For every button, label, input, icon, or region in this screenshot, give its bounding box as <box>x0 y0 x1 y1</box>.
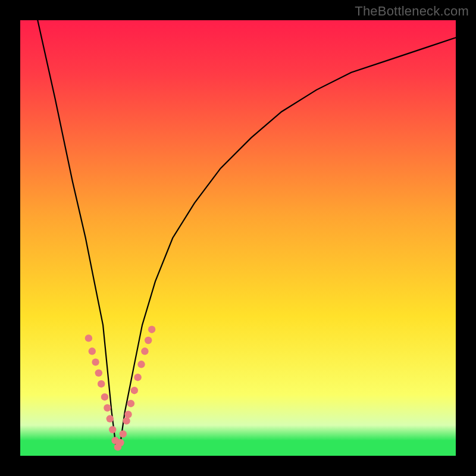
marker-dot <box>134 374 141 381</box>
marker-dot <box>137 361 145 368</box>
marker-dot <box>98 380 105 387</box>
marker-dot <box>101 393 108 400</box>
marker-dot <box>127 400 134 407</box>
marker-dot <box>124 411 131 418</box>
marker-dot <box>85 334 92 342</box>
marker-dot <box>89 347 96 355</box>
marker-dot <box>117 439 124 446</box>
marker-dot <box>141 347 148 355</box>
marker-dot <box>120 430 127 437</box>
curve-svg <box>20 20 456 456</box>
marker-dot <box>92 358 99 365</box>
marker-group <box>85 326 156 451</box>
plot-area <box>20 20 456 456</box>
marker-dot <box>148 326 155 333</box>
watermark-text: TheBottleneck.com <box>355 4 469 19</box>
marker-dot <box>109 426 116 433</box>
marker-dot <box>104 404 111 411</box>
marker-dot <box>107 415 114 422</box>
marker-dot <box>131 387 138 394</box>
marker-dot <box>95 369 102 377</box>
marker-dot <box>123 417 130 424</box>
marker-dot <box>145 337 152 344</box>
chart-frame: TheBottleneck.com <box>0 0 476 476</box>
